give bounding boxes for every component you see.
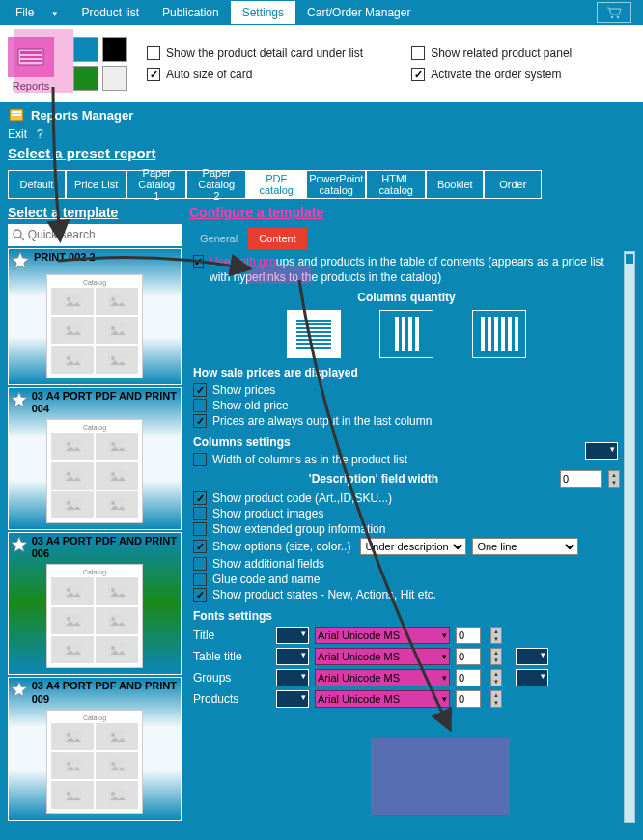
font-select-products[interactable]: Arial Unicode MS [315, 690, 450, 708]
preset-tab-paper-catalog-2[interactable]: PaperCatalog 2 [186, 170, 246, 199]
chk-show-options-size-color-[interactable] [193, 540, 207, 553]
svg-point-28 [67, 472, 70, 476]
chk-related-panel[interactable] [411, 46, 425, 60]
template-item[interactable]: 03 A4 PORT PDF AND PRINT 009Catalog [8, 677, 182, 820]
reports-manager-header: Reports Manager Exit ? Select a preset r… [0, 102, 643, 167]
configure-template-title: Configure a template [189, 205, 635, 220]
label-auto-size: Auto size of card [166, 68, 252, 81]
rm-exit-link[interactable]: Exit [8, 127, 27, 141]
chk-show-extended-group-info[interactable] [193, 522, 207, 536]
preset-tab-order[interactable]: Order [484, 170, 542, 199]
svg-rect-3 [20, 51, 42, 54]
swatch-blue[interactable] [73, 37, 98, 62]
label-detail-card: Show the product detail card under list [166, 46, 363, 60]
tab-content[interactable]: Content [248, 228, 307, 249]
chk-show-old-price[interactable] [193, 399, 207, 412]
sel-option-pos[interactable]: Under description [360, 538, 466, 555]
chk-width-cols[interactable] [193, 453, 207, 466]
rm-help-link[interactable]: ? [37, 127, 43, 141]
template-list[interactable]: PRINT 002 2Catalog03 A4 PORT PDF AND PRI… [8, 248, 182, 823]
menu-file[interactable]: File ▼ [4, 1, 70, 24]
svg-rect-5 [20, 60, 42, 62]
svg-point-34 [111, 501, 115, 505]
swatch-light[interactable] [102, 66, 127, 91]
chk-auto-size[interactable] [147, 68, 160, 81]
font-size-spinner[interactable]: ▲▼ [490, 627, 502, 644]
price-color-btn[interactable] [585, 442, 618, 460]
desc-width-input[interactable] [560, 470, 602, 488]
sel-option-line[interactable]: One line [472, 538, 578, 555]
columns-qty-head: Columns quantity [189, 291, 624, 304]
scrollbar-right[interactable] [624, 251, 635, 823]
preset-tab-price-list[interactable]: Price List [66, 170, 126, 199]
font-size-products[interactable] [456, 690, 481, 708]
chk-prices-are-always-output-in-the-last-column[interactable] [193, 414, 207, 428]
font-size-title[interactable] [456, 627, 481, 644]
columns-qty-options [189, 310, 624, 358]
chk-show-product-images[interactable] [193, 507, 207, 520]
cart-icon[interactable] [597, 2, 631, 23]
swatch-green[interactable] [73, 66, 98, 91]
col-qty-3[interactable] [472, 310, 526, 358]
font-color-groups[interactable] [276, 669, 309, 686]
desc-width-spinner[interactable]: ▲▼ [608, 470, 620, 488]
chk-glue-code-and-name[interactable] [193, 573, 207, 586]
preset-tabs: DefaultPrice ListPaperCatalog 1PaperCata… [0, 167, 643, 205]
rm-preset-link[interactable]: Select a preset report [8, 145, 635, 161]
font-alt-color[interactable] [516, 669, 548, 686]
tab-general[interactable]: General [189, 228, 248, 249]
search-input[interactable] [28, 228, 178, 241]
chk-order-system[interactable] [411, 68, 425, 81]
svg-point-50 [111, 733, 115, 737]
font-color-title[interactable] [276, 627, 309, 644]
col-qty-1[interactable] [287, 310, 341, 358]
font-size-groups[interactable] [456, 669, 481, 686]
reports-label: Reports [13, 80, 50, 92]
font-size-table-title[interactable] [456, 648, 481, 665]
preset-tab-paper-catalog-1[interactable]: PaperCatalog 1 [126, 170, 186, 199]
svg-point-38 [111, 588, 115, 592]
template-item[interactable]: 03 A4 PORT PDF AND PRINT 006Catalog [8, 532, 182, 675]
feature-col-right: Show related product panel Activate the … [411, 46, 572, 81]
label-width-cols: Width of columns as in the product list [212, 453, 407, 466]
svg-point-20 [67, 356, 70, 360]
rm-title: Reports Manager [31, 108, 133, 123]
font-alt-color[interactable] [516, 648, 548, 665]
reports-button[interactable]: Reports [8, 37, 54, 92]
font-color-table-title[interactable] [276, 648, 309, 665]
svg-point-58 [111, 792, 115, 796]
menu-product-list[interactable]: Product list [70, 1, 151, 24]
chk-show-prices[interactable] [193, 383, 207, 397]
col-qty-2[interactable] [379, 310, 433, 358]
font-color-products[interactable] [276, 690, 309, 708]
font-select-table-title[interactable]: Arial Unicode MS [315, 648, 450, 665]
svg-line-10 [20, 237, 24, 240]
chk-show-product-states-new-[interactable] [193, 588, 207, 602]
right-column: Configure a template General Content Use… [189, 205, 635, 823]
preset-tab-html-catalog[interactable]: HTMLcatalog [366, 170, 426, 199]
svg-point-54 [111, 762, 115, 766]
font-select-groups[interactable]: Arial Unicode MS [315, 669, 450, 686]
chk-detail-card[interactable] [147, 46, 160, 60]
svg-rect-4 [20, 56, 42, 58]
svg-rect-7 [12, 111, 21, 113]
font-size-spinner[interactable]: ▲▼ [490, 690, 502, 708]
svg-point-30 [111, 472, 115, 476]
template-item[interactable]: PRINT 002 2Catalog [8, 248, 182, 385]
preset-tab-pdf-catalog[interactable]: PDFcatalog [246, 170, 306, 199]
chk-show-additional-fields[interactable] [193, 557, 207, 571]
svg-point-1 [617, 16, 619, 18]
preset-tab-default[interactable]: Default [8, 170, 66, 199]
menu-publication[interactable]: Publication [151, 1, 231, 24]
template-item[interactable]: 03 A4 PORT PDF AND PRINT 004Catalog [8, 387, 182, 530]
font-size-spinner[interactable]: ▲▼ [490, 648, 502, 665]
preset-tab-powerpoint-catalog[interactable]: PowerPointcatalog [306, 170, 366, 199]
preset-tab-booklet[interactable]: Booklet [426, 170, 484, 199]
font-select-title[interactable]: Arial Unicode MS [315, 627, 450, 644]
chk-toc[interactable] [193, 255, 204, 268]
font-size-spinner[interactable]: ▲▼ [490, 669, 502, 686]
chk-show-product-code-art-id[interactable] [193, 491, 207, 505]
menu-settings[interactable]: Settings [231, 1, 295, 24]
swatch-black[interactable] [102, 37, 127, 62]
menu-cart-order[interactable]: Cart/Order Manager [295, 1, 422, 24]
